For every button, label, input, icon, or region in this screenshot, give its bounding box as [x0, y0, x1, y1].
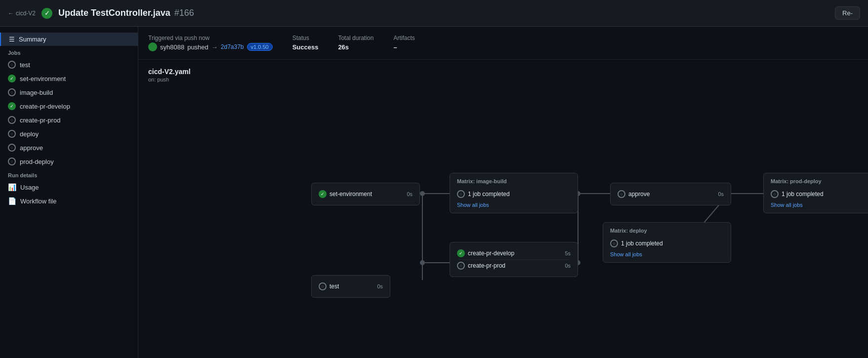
trigger-info: Triggered via push now syh8088 pushed → …: [148, 35, 273, 51]
deploy-matrix-title: Matrix: deploy: [610, 228, 724, 234]
sidebar-item-create-pr-prod[interactable]: ○ create-pr-prod: [0, 113, 138, 127]
approve-status-icon: ○: [8, 144, 16, 152]
node-approve[interactable]: ○ approve 0s: [610, 183, 731, 205]
status-label: Status: [292, 35, 319, 41]
pushed-label: pushed: [187, 43, 208, 51]
back-link[interactable]: ← cicd-V2: [8, 10, 36, 17]
workflow-file-icon: 📄: [8, 197, 16, 205]
node-set-environment[interactable]: ✓ set-environment 0s: [311, 183, 420, 205]
approve-skip-icon: ○: [618, 190, 625, 198]
create-pr-develop-name: ✓ create-pr-develop: [457, 249, 514, 257]
trigger-row: syh8088 pushed → 2d7a37b v1.0.50: [148, 42, 273, 51]
sidebar-summary-label: Summary: [19, 36, 46, 43]
jobs-section-label: Jobs: [0, 46, 138, 58]
image-build-completed-label: 1 job completed: [468, 191, 510, 198]
username: syh8088: [160, 43, 184, 51]
sidebar-item-workflow-file[interactable]: 📄 Workflow file: [0, 194, 138, 208]
create-pr-prod-time: 0s: [565, 263, 571, 269]
set-environment-name: ✓ set-environment: [319, 190, 372, 198]
trigger-label: Triggered via push now: [148, 35, 273, 41]
image-build-status-icon: ○: [8, 88, 16, 96]
create-pr-develop-row: ✓ create-pr-develop 5s: [457, 247, 571, 259]
main-content: Triggered via push now syh8088 pushed → …: [138, 27, 868, 358]
sidebar-item-summary[interactable]: ☰ Summary: [0, 33, 138, 46]
sidebar-prod-deploy-label: prod-deploy: [20, 158, 54, 165]
duration-value: 26s: [338, 43, 373, 51]
node-prod-deploy[interactable]: Matrix: prod-deploy ○ 1 job completed Sh…: [763, 173, 868, 213]
sidebar-item-set-environment[interactable]: ✓ set-environment: [0, 72, 138, 85]
sidebar-item-test[interactable]: ○ test: [0, 58, 138, 72]
image-build-completed-row: ○ 1 job completed: [457, 188, 571, 200]
run-status-icon: ✓: [41, 8, 52, 19]
create-pr-develop-check-icon: ✓: [457, 249, 465, 257]
deploy-show-all[interactable]: Show all jobs: [610, 251, 724, 257]
flow-diagram: ✓ set-environment 0s ○ test 0s: [148, 92, 858, 280]
sidebar-workflow-file-label: Workflow file: [20, 198, 56, 205]
approve-row: ○ approve 0s: [618, 188, 724, 200]
sidebar-create-pr-prod-label: create-pr-prod: [20, 117, 60, 124]
workflow-filename: cicd-V2.yaml: [148, 68, 858, 76]
sidebar-item-deploy[interactable]: ○ deploy: [0, 127, 138, 141]
create-pr-develop-label: create-pr-develop: [468, 250, 514, 257]
sidebar-usage-label: Usage: [20, 184, 39, 191]
image-build-completed-name: ○ 1 job completed: [457, 190, 510, 198]
prod-deploy-completed-label: 1 job completed: [782, 191, 824, 198]
layout: ☰ Summary Jobs ○ test ✓ set-environment …: [0, 27, 868, 358]
approve-label: approve: [628, 191, 650, 198]
test-time: 0s: [377, 283, 383, 289]
test-name: ○ test: [319, 282, 339, 290]
node-test[interactable]: ○ test 0s: [311, 275, 390, 298]
node-create-pr[interactable]: ✓ create-pr-develop 5s ○ create-pr-prod …: [450, 242, 578, 277]
sidebar-item-create-pr-develop[interactable]: ✓ create-pr-develop: [0, 99, 138, 113]
summary-header: Triggered via push now syh8088 pushed → …: [138, 27, 868, 60]
duration-label: Total duration: [338, 35, 373, 41]
set-environment-check-icon: ✓: [319, 190, 327, 198]
test-label: test: [330, 283, 339, 290]
summary-icon: ☰: [9, 36, 15, 43]
approve-name: ○ approve: [618, 190, 650, 198]
commit-link[interactable]: 2d7a37b: [221, 43, 244, 50]
create-pr-develop-status-icon: ✓: [8, 102, 16, 110]
prod-deploy-completed-name: ○ 1 job completed: [771, 190, 824, 198]
sidebar-test-label: test: [20, 61, 30, 69]
tag-badge: v1.0.50: [247, 43, 273, 51]
node-deploy[interactable]: Matrix: deploy ○ 1 job completed Show al…: [603, 222, 731, 263]
create-pr-develop-time: 5s: [565, 250, 571, 256]
svg-point-4: [420, 260, 425, 265]
set-environment-time: 0s: [407, 191, 413, 197]
re-run-button[interactable]: Re-: [835, 6, 860, 20]
sidebar-item-prod-deploy[interactable]: ○ prod-deploy: [0, 155, 138, 168]
run-details-section-label: Run details: [0, 168, 138, 180]
sidebar-item-approve[interactable]: ○ approve: [0, 141, 138, 155]
set-environment-status-icon: ✓: [8, 75, 16, 82]
sidebar-set-environment-label: set-environment: [20, 75, 66, 82]
artifacts-label: Artifacts: [393, 35, 414, 41]
set-environment-label: set-environment: [330, 191, 372, 198]
top-bar: ← cicd-V2 ✓ Update TestController.java #…: [0, 0, 868, 27]
prod-deploy-show-all[interactable]: Show all jobs: [771, 202, 868, 208]
artifacts-field: Artifacts –: [393, 35, 414, 51]
set-environment-row: ✓ set-environment 0s: [319, 188, 413, 200]
status-value: Success: [292, 43, 319, 51]
duration-field: Total duration 26s: [338, 35, 373, 51]
sidebar-approve-label: approve: [20, 144, 43, 152]
create-pr-prod-name: ○ create-pr-prod: [457, 262, 505, 270]
status-field: Status Success: [292, 35, 319, 51]
top-bar-left: ← cicd-V2 ✓ Update TestController.java #…: [8, 8, 194, 19]
workflow-canvas: cicd-V2.yaml on: push: [138, 60, 868, 307]
deploy-skip-icon: ○: [610, 239, 618, 247]
sidebar-item-usage[interactable]: 📊 Usage: [0, 180, 138, 194]
usage-icon: 📊: [8, 183, 16, 191]
test-row: ○ test 0s: [319, 280, 383, 292]
back-label: cicd-V2: [16, 10, 36, 17]
page-title-text: Update TestController.java: [58, 8, 170, 18]
image-build-show-all[interactable]: Show all jobs: [457, 202, 571, 208]
sidebar-create-pr-develop-label: create-pr-develop: [20, 103, 70, 110]
deploy-completed-label: 1 job completed: [621, 240, 663, 247]
test-skip-icon: ○: [319, 282, 327, 290]
sidebar-item-image-build[interactable]: ○ image-build: [0, 85, 138, 99]
sidebar-deploy-label: deploy: [20, 130, 39, 138]
create-pr-prod-skip-icon: ○: [457, 262, 465, 270]
approve-time: 0s: [718, 191, 724, 197]
node-image-build[interactable]: Matrix: image-build ○ 1 job completed Sh…: [450, 173, 578, 213]
